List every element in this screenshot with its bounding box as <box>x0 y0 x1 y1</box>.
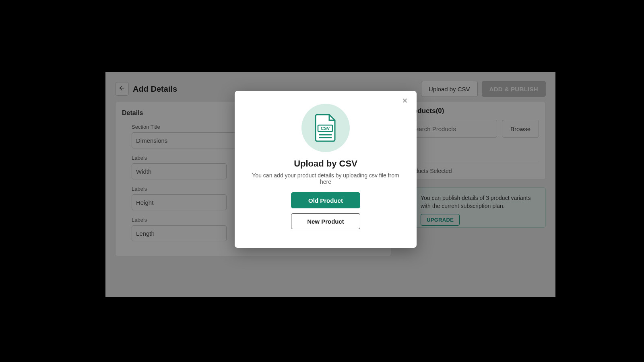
modal-subtitle: You can add your product details by uplo… <box>246 172 405 185</box>
modal-title: Upload by CSV <box>246 158 405 169</box>
old-product-button[interactable]: Old Product <box>291 192 360 208</box>
csv-file-icon: CSV <box>301 104 350 152</box>
new-product-button[interactable]: New Product <box>291 213 360 229</box>
svg-text:CSV: CSV <box>321 126 330 131</box>
modal-close-button[interactable] <box>399 95 411 107</box>
close-icon <box>402 97 408 106</box>
upload-csv-modal: CSV Upload by CSV You can add your produ… <box>235 91 417 248</box>
